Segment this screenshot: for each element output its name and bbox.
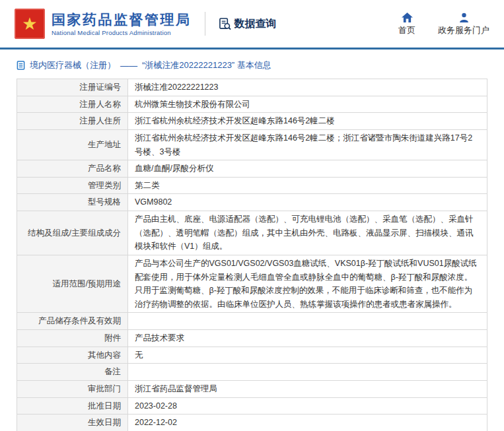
row-value: 2023-02-28 (128, 397, 487, 414)
row-label: 其他内容 (17, 347, 128, 364)
nav-gov-portal-label: 政务服务门户 (438, 24, 489, 36)
row-label: 产品储存条件及有效期 (17, 313, 128, 330)
table-row: 生产地址浙江省杭州余杭经济技术开发区超峰东路146号2幢二楼；浙江省诸暨市陶朱街… (17, 129, 487, 160)
table-row: 附件产品技术要求 (17, 330, 487, 347)
row-value: 浙江省杭州余杭经济技术开发区超峰东路146号2幢二楼 (128, 113, 487, 130)
row-value: 产品由主机、底座、电源适配器（选配）、可充电锂电池（选配）、采血笔（选配）、采血… (128, 211, 487, 255)
row-label: 备注 (17, 364, 128, 381)
national-emblem-logo: ★ (15, 9, 45, 39)
row-label: 生产地址 (17, 129, 128, 160)
data-query-icon (219, 18, 231, 30)
nav-home-label: 首页 (398, 24, 415, 36)
table-row: 适用范围/预期用途产品与本公司生产的VGS01/VGS02/VGS03血糖试纸、… (17, 255, 487, 313)
data-query-section-link[interactable]: 数据查询 (219, 17, 277, 31)
breadcrumb-dash: —— (120, 61, 137, 71)
table-row: 审批部门浙江省药品监督管理局 (17, 380, 487, 397)
row-label: 注册人名称 (17, 96, 128, 113)
table-row: 生效日期2022-12-02 (17, 414, 487, 431)
row-value: 浙江省药品监督管理局 (128, 380, 487, 397)
breadcrumb-category[interactable]: 境内医疗器械（注册） (30, 59, 116, 71)
row-value: 产品与本公司生产的VGS01/VGS02/VGS03血糖试纸、VKS01β-羟丁… (128, 255, 487, 313)
row-label: 管理类别 (17, 177, 128, 194)
row-value: 无 (128, 347, 487, 364)
registration-info-table: 注册证编号浙械注准20222221223注册人名称杭州微策生物技术股份有限公司注… (17, 79, 487, 431)
row-label: 附件 (17, 330, 128, 347)
breadcrumb: 境内医疗器械（注册） —— “浙械注准20222221223” 基本信息 (0, 50, 504, 79)
header-divider (205, 12, 205, 36)
row-label: 结构及组成/主要组成成分 (17, 211, 128, 255)
table-row: 注册证编号浙械注准20222221223 (17, 79, 487, 96)
site-header: ★ 国家药品监督管理局 National Medical Products Ad… (0, 0, 504, 48)
home-icon (402, 12, 413, 22)
row-value: 浙江省杭州余杭经济技术开发区超峰东路146号2幢二楼；浙江省诸暨市陶朱街道建兴路… (128, 129, 487, 160)
row-label: 注册人住所 (17, 113, 128, 130)
info-table-body: 注册证编号浙械注准20222221223注册人名称杭州微策生物技术股份有限公司注… (17, 79, 487, 431)
row-label: 注册证编号 (17, 79, 128, 96)
row-value: 第二类 (128, 177, 487, 194)
nav-gov-portal[interactable]: 政务服务门户 (438, 12, 489, 36)
row-label: 适用范围/预期用途 (17, 255, 128, 313)
table-row: 其他内容无 (17, 347, 487, 364)
emblem-star-icon: ★ (22, 15, 37, 32)
nav-home[interactable]: 首页 (398, 12, 415, 36)
table-row: 型号规格VGM9802 (17, 194, 487, 211)
agency-name-en: National Medical Products Administration (52, 29, 192, 36)
table-row: 产品储存条件及有效期 (17, 313, 487, 330)
person-icon (459, 12, 469, 22)
row-value: 杭州微策生物技术股份有限公司 (128, 96, 487, 113)
row-label: 生效日期 (17, 414, 128, 431)
row-value: 产品技术要求 (128, 330, 487, 347)
row-label: 型号规格 (17, 194, 128, 211)
table-row: 管理类别第二类 (17, 177, 487, 194)
table-row: 结构及组成/主要组成成分产品由主机、底座、电源适配器（选配）、可充电锂电池（选配… (17, 211, 487, 255)
row-value: 浙械注准20222221223 (128, 79, 487, 96)
row-value (128, 364, 487, 381)
row-label: 审批部门 (17, 380, 128, 397)
table-row: 产品名称血糖/血酮/尿酸分析仪 (17, 160, 487, 178)
row-value: 血糖/血酮/尿酸分析仪 (128, 160, 487, 178)
table-row: 批准日期2023-02-28 (17, 397, 487, 414)
main-content: 注册证编号浙械注准20222221223注册人名称杭州微策生物技术股份有限公司注… (0, 79, 504, 431)
document-icon (17, 61, 25, 70)
table-row: 注册人名称杭州微策生物技术股份有限公司 (17, 96, 487, 113)
page-title: “浙械注准20222221223” 基本信息 (142, 59, 271, 71)
row-value (128, 313, 487, 330)
data-query-label: 数据查询 (234, 17, 277, 31)
row-value: VGM9802 (128, 194, 487, 211)
row-label: 产品名称 (17, 160, 128, 178)
table-row: 备注 (17, 364, 487, 381)
row-value: 2022-12-02 (128, 414, 487, 431)
row-label: 批准日期 (17, 397, 128, 414)
agency-title-block: 国家药品监督管理局 National Medical Products Admi… (52, 11, 192, 36)
agency-name-cn: 国家药品监督管理局 (52, 11, 192, 28)
table-row: 注册人住所浙江省杭州余杭经济技术开发区超峰东路146号2幢二楼 (17, 113, 487, 130)
